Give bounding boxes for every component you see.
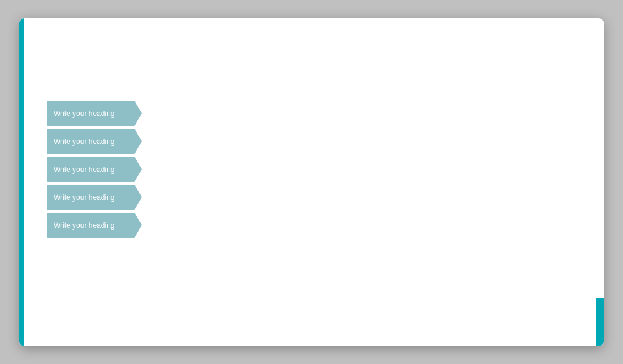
bottom-bar xyxy=(596,298,604,346)
slide: Write your headingWrite your headingWrit… xyxy=(19,18,604,346)
label-item-3: Write your heading xyxy=(47,185,142,210)
label-item-0: Write your heading xyxy=(47,101,142,126)
label-column: Write your headingWrite your headingWrit… xyxy=(47,46,142,241)
label-item-2: Write your heading xyxy=(47,157,142,182)
label-item-4: Write your heading xyxy=(47,213,142,238)
accent-bar xyxy=(19,18,24,346)
content-area: Write your headingWrite your headingWrit… xyxy=(47,46,582,241)
label-item-1: Write your heading xyxy=(47,129,142,154)
